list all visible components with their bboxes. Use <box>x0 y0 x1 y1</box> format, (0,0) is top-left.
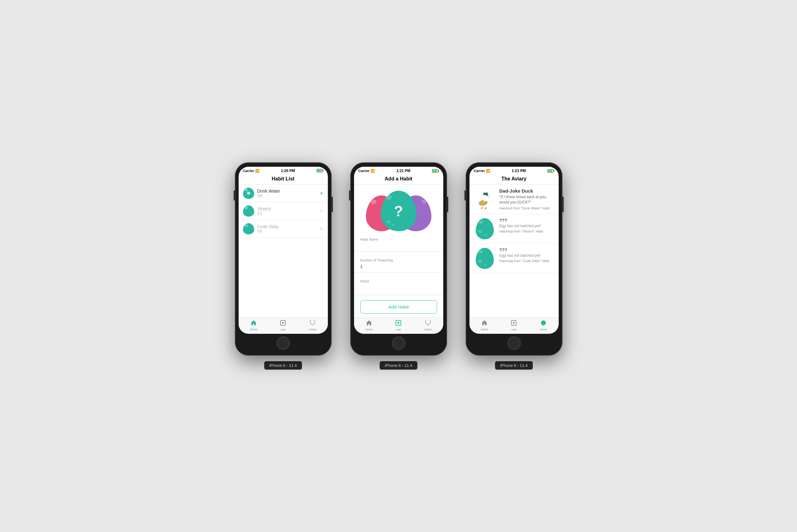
duck-image <box>474 188 496 210</box>
stretch-egg-source: Hatching from "Stretch" habit <box>500 229 554 233</box>
habit-add-btn-code-daily[interactable]: + <box>320 225 324 232</box>
stretch-egg-image <box>474 218 496 240</box>
screen-2: Carrier 📶 1:21 PM Add a Habit <box>354 167 443 334</box>
svg-rect-15 <box>554 170 554 171</box>
tab-aviary-1[interactable]: Aviary <box>308 320 316 331</box>
aviary-info-stretch-egg: ??? Egg has not hatched yet! Hatching fr… <box>500 218 554 233</box>
habit-list-content: Drink Water 3/8 + Stretch 1/1 + <box>239 185 328 318</box>
aviary-item-stretch-egg[interactable]: ??? Egg has not hatched yet! Hatching fr… <box>469 214 559 244</box>
egg-trio: ? <box>354 185 443 234</box>
tab-add-3[interactable]: Add <box>511 320 517 331</box>
tab-home-2[interactable]: Home <box>365 320 373 331</box>
aviary-icon-1 <box>309 320 316 327</box>
tab-add-label-2: Add <box>396 328 401 331</box>
habit-info-drink-water: Drink Water 3/8 <box>257 189 316 198</box>
duck-name: Dad-Joke Duck <box>500 188 554 193</box>
home-button-1[interactable] <box>276 336 290 350</box>
home-icon-1 <box>251 320 257 327</box>
add-habit-button[interactable]: Add Habit <box>360 300 437 314</box>
aviary-item-code-egg[interactable]: ??? Egg has not hatched yet! Hatching fr… <box>469 244 559 273</box>
time-3: 1:21 PM <box>511 169 526 173</box>
phone-2-wrapper: Carrier 📶 1:21 PM Add a Habit <box>350 163 447 369</box>
habit-name-label: Habit Name <box>360 238 437 241</box>
time-2: 1:21 PM <box>396 169 410 173</box>
svg-rect-8 <box>433 170 437 172</box>
aviary-icon-2 <box>425 320 431 327</box>
tab-aviary-label-2: Aviary <box>424 328 432 331</box>
tab-add-label-3: Add <box>511 328 516 331</box>
svg-text:⚡: ⚡ <box>322 170 324 172</box>
status-bar-2: Carrier 📶 1:21 PM <box>354 167 443 174</box>
habit-item-stretch[interactable]: Stretch 1/1 + <box>239 202 328 220</box>
svg-point-23 <box>487 195 487 195</box>
add-icon-1 <box>280 320 286 327</box>
battery-area-1: ⚡ <box>316 169 324 173</box>
habit-name-code-daily: Code Daily <box>257 224 316 229</box>
habit-add-btn-drink-water[interactable]: + <box>320 190 324 197</box>
nav-header-3: The Aviary <box>469 174 559 185</box>
tab-aviary-label-3: Aviary <box>539 328 547 331</box>
carrier-2: Carrier 📶 <box>358 169 375 173</box>
time-1: 1:20 PM <box>281 169 295 173</box>
habit-info-code-daily: Code Daily 5/5 <box>257 224 316 233</box>
habit-name-stretch: Stretch <box>257 206 316 211</box>
home-button-ring-3 <box>508 338 520 349</box>
habit-item-drink-water[interactable]: Drink Water 3/8 + <box>239 185 328 202</box>
aviary-content: Dad-Joke Duck "If I threw bread back at … <box>469 185 559 318</box>
tab-bar-2: Home Add Aviary <box>354 318 443 334</box>
page-container: Carrier 📶 1:20 PM ⚡ <box>235 163 562 369</box>
aviary-info-duck: Dad-Joke Duck "If I threw bread back at … <box>500 188 554 210</box>
tab-home-label-1: Home <box>250 328 257 331</box>
times-input[interactable]: 1 <box>360 263 437 271</box>
tab-aviary-2[interactable]: Aviary <box>424 320 432 331</box>
phone-1-wrapper: Carrier 📶 1:20 PM ⚡ <box>235 163 331 369</box>
svg-rect-14 <box>548 170 553 172</box>
habit-info-stretch: Stretch 1/1 <box>257 206 316 216</box>
screen-3: Carrier 📶 1:21 PM The Aviary <box>469 167 559 334</box>
notes-label: Notes <box>360 279 437 283</box>
status-bar-3: Carrier 📶 1:21 PM <box>469 167 559 174</box>
home-button-ring-1 <box>278 338 289 349</box>
habit-egg-stretch <box>243 205 254 216</box>
home-icon-3 <box>481 320 488 327</box>
tab-bar-3: Home Add Aviary <box>469 318 559 334</box>
carrier-3: Carrier 📶 <box>474 169 490 173</box>
tab-add-1[interactable]: Add <box>280 320 286 331</box>
aviary-item-duck[interactable]: Dad-Joke Duck "If I threw bread back at … <box>469 185 559 214</box>
battery-icon-2 <box>432 169 439 173</box>
add-icon-2 <box>395 320 401 327</box>
habit-add-btn-stretch[interactable]: + <box>320 208 324 215</box>
add-icon-3 <box>511 320 517 327</box>
code-egg-source: Hatching from "Code Daily" habit <box>500 259 554 263</box>
times-group: Number of Times/Day 1 <box>354 255 443 272</box>
habit-egg-code-daily <box>243 223 254 234</box>
tab-home-1[interactable]: Home <box>250 320 257 331</box>
duck-quote: "If I threw bread back at you, would you… <box>500 194 554 205</box>
notes-input[interactable] <box>360 284 437 293</box>
nav-header-1: Habit List <box>239 174 328 185</box>
habit-progress-drink-water: 3/8 <box>257 193 316 198</box>
svg-rect-1 <box>317 170 322 172</box>
home-button-3[interactable] <box>507 336 521 350</box>
tab-add-2[interactable]: Add <box>395 320 401 331</box>
code-egg-image <box>474 247 496 269</box>
habit-progress-code-daily: 5/5 <box>257 229 316 233</box>
battery-area-2 <box>432 169 439 173</box>
notes-group: Notes <box>354 276 443 295</box>
duck-source: Hatched from "Drink Water" habit <box>500 206 554 210</box>
tab-bar-1: Home Add Aviary <box>239 318 328 334</box>
aviary-icon-3 <box>540 320 546 327</box>
habit-item-code-daily[interactable]: Code Daily 5/5 + <box>239 220 328 238</box>
tab-home-3[interactable]: Home <box>481 320 488 331</box>
code-egg-status: Egg has not hatched yet! <box>500 253 554 258</box>
habit-name-drink-water: Drink Water <box>257 189 316 193</box>
tab-aviary-3[interactable]: Aviary <box>539 320 547 331</box>
habit-name-input[interactable] <box>360 243 437 250</box>
home-button-2[interactable] <box>392 336 405 350</box>
times-label: Number of Times/Day <box>360 258 437 262</box>
phone-label-1: iPhone 6 - 11.4 <box>264 361 302 369</box>
home-button-ring-2 <box>393 338 404 349</box>
status-bar-1: Carrier 📶 1:20 PM ⚡ <box>239 167 328 174</box>
tab-aviary-label-1: Aviary <box>308 328 316 331</box>
phone-label-2: iPhone 6 - 11.4 <box>380 361 417 369</box>
